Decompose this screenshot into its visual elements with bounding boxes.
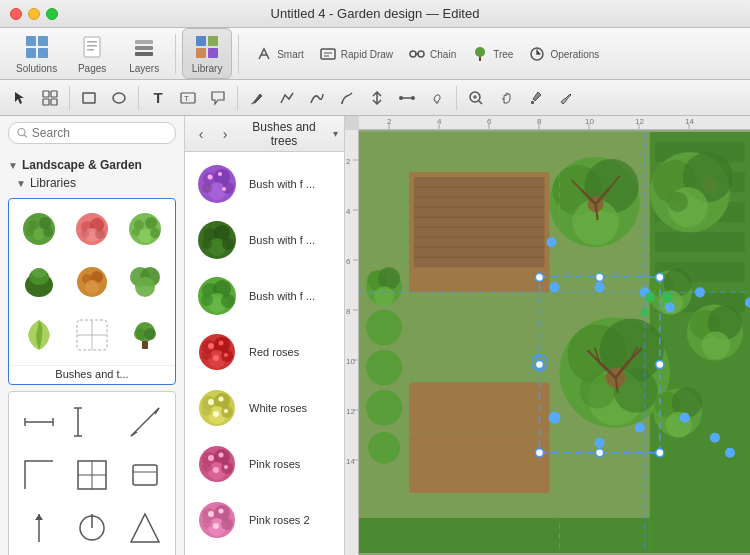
paint-tool[interactable] — [552, 84, 580, 112]
libraries-subsection[interactable]: ▼Libraries — [0, 174, 184, 192]
card-item-0 — [13, 203, 64, 254]
pages-tool[interactable]: Pages — [67, 29, 117, 78]
pencil-tool[interactable] — [333, 84, 361, 112]
select-tool[interactable] — [6, 84, 34, 112]
smart-tool[interactable]: Smart — [249, 41, 310, 67]
svg-point-65 — [32, 268, 46, 278]
polyline-tool[interactable] — [273, 84, 301, 112]
garden-canvas[interactable] — [359, 130, 750, 555]
zoom-tool[interactable] — [462, 84, 490, 112]
eyedropper-tool[interactable] — [522, 84, 550, 112]
svg-text:T: T — [184, 94, 189, 103]
white-roses-icon — [193, 384, 241, 432]
svg-text:14: 14 — [685, 117, 694, 126]
bushes-card-label: Bushes and t... — [9, 365, 175, 384]
textbox-tool[interactable]: T — [174, 84, 202, 112]
card-item-6 — [13, 310, 64, 361]
pages-icon — [78, 33, 106, 61]
operations-tool[interactable]: Operations — [522, 41, 605, 67]
white-roses-label: White roses — [249, 401, 307, 415]
list-item[interactable]: Bush with f ... — [185, 268, 344, 324]
svg-text:14: 14 — [346, 457, 355, 466]
library-tool[interactable]: Library — [182, 28, 232, 79]
svg-point-162 — [208, 343, 214, 349]
chain-tool[interactable]: Chain — [402, 41, 462, 67]
solutions-tool[interactable]: Solutions — [8, 29, 65, 78]
hand-tool[interactable] — [492, 84, 520, 112]
svg-point-191 — [221, 518, 233, 530]
svg-point-35 — [399, 96, 403, 100]
svg-point-143 — [222, 187, 226, 191]
svg-point-60 — [138, 229, 152, 243]
svg-rect-6 — [87, 45, 97, 47]
card-item-7 — [66, 310, 117, 361]
text-tool[interactable]: T — [144, 84, 172, 112]
list-item[interactable]: Pink roses — [185, 436, 344, 492]
svg-rect-27 — [83, 93, 95, 103]
connector-tool[interactable] — [393, 84, 421, 112]
svg-rect-42 — [531, 101, 534, 104]
smart-label: Smart — [277, 49, 304, 60]
toolbar2-sep-2 — [138, 86, 139, 110]
stamp-tool[interactable] — [423, 84, 451, 112]
bushes-trees-card[interactable]: Bushes and t... — [8, 198, 176, 385]
minimize-button[interactable] — [28, 8, 40, 20]
dimensioning-card[interactable]: Dimensioning — [8, 391, 176, 555]
dim-item-0 — [13, 396, 64, 447]
svg-text:2: 2 — [346, 157, 351, 166]
ellipse-tool[interactable] — [105, 84, 133, 112]
layers-tool[interactable]: Layers — [119, 29, 169, 78]
search-input[interactable] — [32, 126, 167, 140]
svg-rect-248 — [655, 232, 745, 252]
rect-tool[interactable] — [75, 84, 103, 112]
svg-point-310 — [535, 361, 543, 369]
dim-item-8 — [120, 503, 171, 554]
svg-rect-26 — [51, 99, 57, 105]
svg-rect-21 — [479, 57, 481, 61]
search-box[interactable] — [8, 122, 176, 144]
maximize-button[interactable] — [46, 8, 58, 20]
titlebar: Untitled 4 - Garden design — Edited — [0, 0, 750, 28]
svg-rect-13 — [196, 48, 206, 58]
rapid-draw-tool[interactable]: Rapid Draw — [313, 41, 399, 67]
red-roses-label: Red roses — [249, 345, 299, 359]
solutions-label: Solutions — [16, 63, 57, 74]
bush-f3-icon — [193, 272, 241, 320]
svg-point-192 — [208, 511, 214, 517]
lib-prev-btn[interactable]: ‹ — [191, 124, 211, 144]
list-item[interactable]: Red roses — [185, 324, 344, 380]
toolbar-separator-1 — [175, 34, 176, 74]
close-button[interactable] — [10, 8, 22, 20]
tree-tool[interactable]: Tree — [465, 41, 519, 67]
svg-point-165 — [224, 353, 228, 357]
svg-line-31 — [251, 103, 253, 104]
svg-point-174 — [213, 411, 219, 417]
sidebar: ▼Landscape & Garden ▼Libraries — [0, 116, 185, 555]
svg-point-330 — [641, 308, 649, 316]
card-item-4 — [66, 256, 117, 307]
card-item-8 — [120, 310, 171, 361]
list-item[interactable]: Bush with f ... — [185, 156, 344, 212]
list-item[interactable]: Bush — [185, 548, 344, 555]
lib-next-btn[interactable]: › — [215, 124, 235, 144]
list-item[interactable]: Bush with f ... — [185, 212, 344, 268]
grid-select-tool[interactable] — [36, 84, 64, 112]
canvas-area[interactable]: 2 4 6 8 10 12 14 2 4 — [345, 116, 750, 555]
svg-rect-7 — [87, 49, 94, 51]
transform-tool[interactable] — [363, 84, 391, 112]
solutions-icon — [23, 33, 51, 61]
svg-point-321 — [548, 412, 560, 424]
chain-icon — [408, 45, 426, 63]
svg-rect-11 — [196, 36, 206, 46]
lib-dropdown-btn[interactable]: ▾ — [333, 128, 338, 139]
comment-tool[interactable] — [204, 84, 232, 112]
list-item[interactable]: White roses — [185, 380, 344, 436]
svg-rect-77 — [142, 341, 148, 349]
horizontal-ruler: 2 4 6 8 10 12 14 — [359, 116, 750, 130]
landscape-section[interactable]: ▼Landscape & Garden — [0, 154, 184, 174]
list-item[interactable]: Pink roses 2 — [185, 492, 344, 548]
pen-tool[interactable] — [243, 84, 271, 112]
card-item-5 — [120, 256, 171, 307]
svg-point-43 — [18, 128, 25, 135]
curve-tool[interactable] — [303, 84, 331, 112]
